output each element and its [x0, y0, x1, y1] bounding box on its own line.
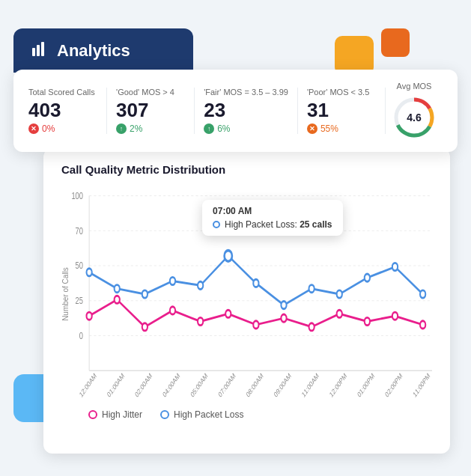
change-icon-3: ✕: [307, 123, 317, 134]
avg-mos-label: Avg MOS: [397, 82, 432, 91]
svg-point-53: [309, 285, 314, 293]
svg-point-51: [253, 279, 258, 287]
svg-point-37: [225, 310, 231, 317]
stat-label-3: 'Poor' MOS < 3.5: [307, 88, 376, 97]
svg-point-54: [337, 290, 342, 298]
change-text-1: 2%: [130, 123, 142, 134]
stat-label-2: 'Fair' MOS = 3.5 – 3.99: [204, 88, 288, 97]
svg-rect-2: [41, 42, 44, 56]
svg-point-35: [170, 307, 175, 314]
svg-point-33: [115, 296, 120, 303]
stat-change-0: ✕ 0%: [28, 123, 97, 134]
stat-value-1: 307: [116, 100, 185, 121]
svg-text:07:00AM: 07:00AM: [217, 371, 237, 399]
stat-value-0: 403: [28, 100, 97, 121]
svg-point-42: [365, 317, 370, 325]
tooltip-series: High Packet Loss: [225, 219, 294, 230]
svg-text:12:00AM: 12:00AM: [78, 371, 97, 399]
legend-high-jitter: High Jitter: [88, 409, 142, 420]
svg-point-48: [170, 277, 175, 284]
tooltip-dot: [213, 221, 220, 228]
svg-text:50: 50: [76, 260, 83, 271]
stat-total-scored: Total Scored Calls 403 ✕ 0%: [28, 88, 107, 135]
tooltip-item: High Packet Loss: 25 calls: [213, 219, 332, 230]
svg-point-32: [87, 312, 92, 320]
tooltip-value: 25 calls: [300, 219, 332, 230]
chart-card: Call Quality Metric Distribution Number …: [43, 148, 450, 454]
stat-label-1: 'Good' MOS > 4: [116, 88, 185, 97]
analytics-title: Analytics: [57, 41, 130, 61]
stat-poor-mos: 'Poor' MOS < 3.5 31 ✕ 55%: [298, 88, 386, 135]
stat-value-3: 31: [307, 100, 376, 121]
analytics-icon: [31, 40, 48, 61]
svg-text:12:00PM: 12:00PM: [328, 371, 347, 399]
svg-point-57: [420, 290, 425, 298]
stat-value-2: 23: [204, 100, 288, 121]
svg-rect-0: [32, 48, 35, 56]
svg-point-40: [309, 323, 314, 331]
stat-change-1: ↑ 2%: [116, 123, 185, 134]
svg-point-46: [115, 285, 120, 293]
svg-text:05:00AM: 05:00AM: [189, 371, 209, 399]
svg-text:08:00AM: 08:00AM: [245, 371, 264, 399]
svg-point-55: [365, 274, 370, 281]
svg-point-39: [281, 314, 286, 322]
svg-text:02:00AM: 02:00AM: [134, 371, 154, 399]
y-axis-label: Number of Calls: [61, 267, 70, 321]
svg-text:01:00PM: 01:00PM: [356, 371, 376, 399]
tooltip-time: 07:00 AM: [213, 206, 332, 216]
change-icon-1: ↑: [116, 123, 127, 134]
svg-text:25: 25: [76, 296, 83, 306]
svg-point-44: [420, 321, 425, 329]
legend-label-packet-loss: High Packet Loss: [174, 409, 243, 420]
legend-high-packet-loss: High Packet Loss: [160, 409, 243, 420]
stat-change-2: ↑ 6%: [204, 123, 288, 134]
legend-dot-jitter: [88, 410, 97, 419]
change-icon-0: ✕: [28, 123, 39, 134]
main-wrapper: Analytics Total Scored Calls 403 ✕ 0% 'G…: [13, 28, 458, 461]
stats-card: Total Scored Calls 403 ✕ 0% 'Good' MOS >…: [13, 70, 458, 152]
svg-text:11:00AM: 11:00AM: [300, 371, 320, 399]
svg-point-38: [253, 321, 258, 329]
change-text-3: 55%: [320, 123, 338, 134]
svg-rect-1: [37, 45, 40, 56]
stat-label-0: Total Scored Calls: [28, 88, 97, 97]
gauge-container: 4.6: [392, 95, 437, 140]
stat-good-mos: 'Good' MOS > 4 307 ↑ 2%: [107, 88, 195, 135]
change-text-2: 6%: [217, 123, 230, 134]
svg-point-50: [225, 251, 232, 262]
legend-label-jitter: High Jitter: [102, 409, 142, 420]
chart-legend: High Jitter High Packet Loss: [61, 409, 432, 420]
svg-text:0: 0: [79, 330, 83, 341]
svg-point-34: [142, 323, 148, 331]
chart-title: Call Quality Metric Distribution: [61, 163, 432, 176]
svg-text:70: 70: [76, 225, 83, 236]
svg-point-56: [392, 263, 398, 270]
change-text-0: 0%: [42, 123, 55, 134]
gauge-value: 4.6: [407, 112, 421, 123]
tooltip-label: High Packet Loss: 25 calls: [225, 219, 332, 230]
svg-point-49: [198, 281, 203, 289]
stat-change-3: ✕ 55%: [307, 123, 376, 134]
svg-point-41: [337, 310, 342, 317]
svg-point-45: [87, 269, 92, 276]
svg-point-47: [142, 290, 148, 298]
avg-mos-gauge: Avg MOS 4.6: [386, 82, 443, 140]
svg-point-36: [198, 317, 203, 325]
svg-text:09:00AM: 09:00AM: [273, 371, 292, 399]
svg-text:02:00PM: 02:00PM: [384, 371, 404, 399]
svg-point-52: [281, 301, 286, 308]
change-icon-2: ↑: [204, 123, 214, 134]
chart-area: Number of Calls 07:00 AM High Packet Los…: [61, 185, 432, 403]
svg-text:100: 100: [71, 190, 82, 201]
svg-text:01:00AM: 01:00AM: [106, 371, 125, 399]
svg-text:04:00AM: 04:00AM: [162, 371, 181, 399]
stat-fair-mos: 'Fair' MOS = 3.5 – 3.99 23 ↑ 6%: [195, 88, 298, 135]
chart-tooltip: 07:00 AM High Packet Loss: 25 calls: [202, 200, 342, 236]
svg-point-43: [392, 312, 398, 320]
svg-text:11:00PM: 11:00PM: [412, 371, 431, 399]
legend-dot-packet-loss: [160, 410, 169, 419]
analytics-header: Analytics: [13, 28, 193, 73]
